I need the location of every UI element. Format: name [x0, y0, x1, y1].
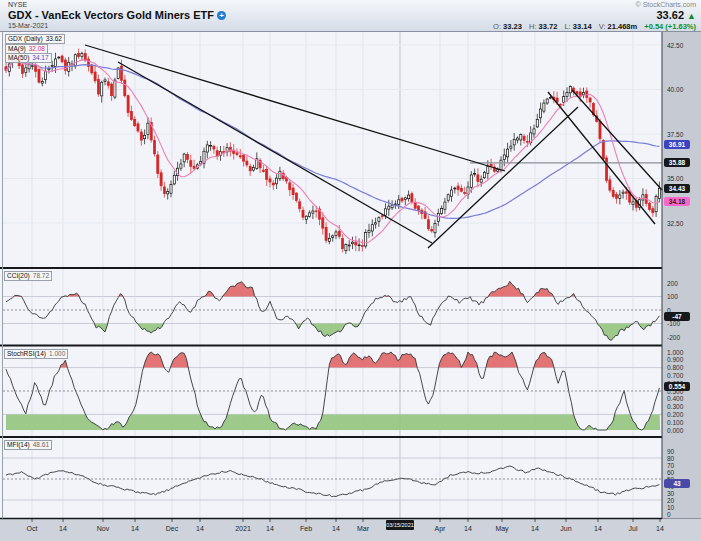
x-axis-label: 14: [531, 525, 539, 532]
volume-value: 21.468m: [608, 22, 638, 31]
chart-date: 15-Mar-2021: [8, 22, 48, 29]
y-axis-tick: 70: [667, 462, 674, 469]
x-axis-label: Feb: [300, 525, 312, 532]
exchange-label: NYSE: [8, 1, 27, 8]
last-price-row: 33.62 ▲: [656, 9, 696, 21]
low-value: 33.14: [573, 22, 592, 31]
x-axis-label: 14: [266, 525, 274, 532]
y-axis-tick: 0.000: [667, 427, 683, 434]
x-axis-label: 14: [464, 525, 472, 532]
legend-item: MA(9)32.08: [5, 44, 48, 54]
y-axis-tick: 1.000: [667, 349, 683, 356]
y-axis-tick: 32.50: [667, 220, 683, 227]
y-axis-tick: 0: [667, 511, 671, 518]
y-axis-tick: 200: [667, 280, 678, 287]
y-axis-tick: 100: [667, 293, 678, 300]
legend-item: GDX (Daily)33.62: [5, 34, 65, 44]
crosshair-date-box: 03/15/2021: [386, 520, 414, 530]
price-tag: -47: [664, 312, 690, 321]
x-axis-label: Nov: [97, 525, 109, 532]
y-axis-tick: 0.400: [667, 395, 683, 402]
x-axis-label: 2021: [235, 525, 251, 532]
plus-circle-icon[interactable]: +: [217, 11, 226, 20]
volume-label: V:: [599, 22, 606, 31]
price-tag: 34.18: [664, 197, 690, 206]
y-axis-tick: 0.100: [667, 419, 683, 426]
y-axis-tick: 80: [667, 455, 674, 462]
y-axis-tick: 42.50: [667, 42, 683, 49]
x-axis-label: Apr: [435, 525, 446, 532]
x-axis-label: Jul: [629, 525, 638, 532]
y-axis-tick: 0.900: [667, 356, 683, 363]
indicator-legend: MFI(14)48.61: [4, 440, 52, 450]
up-arrow-icon: ▲: [687, 11, 696, 21]
low-label: L:: [564, 22, 570, 31]
high-value: 33.72: [539, 22, 558, 31]
y-axis-tick: 0.200: [667, 411, 683, 418]
stockcharts-page: NYSE GDX - VanEck Vectors Gold Miners ET…: [0, 0, 701, 541]
y-axis-tick: -100: [667, 320, 680, 327]
y-axis-tick: 20: [667, 497, 674, 504]
y-axis-tick: 60: [667, 469, 674, 476]
y-axis-tick: -200: [667, 334, 680, 341]
x-axis-label: 14: [196, 525, 204, 532]
last-price: 33.62: [656, 9, 684, 21]
x-axis-label: 14: [59, 525, 67, 532]
x-axis-label: 14: [131, 525, 139, 532]
price-tag: 36.91: [664, 140, 690, 149]
x-axis-label: Oct: [27, 525, 38, 532]
price-tag: 43: [664, 479, 690, 488]
copyright: © StockCharts.com: [636, 1, 696, 8]
x-axis-label: May: [495, 525, 508, 532]
y-axis-tick: 35.00: [667, 175, 683, 182]
x-axis-label: Jun: [560, 525, 571, 532]
open-value: 33.23: [503, 22, 522, 31]
x-axis-label: 14: [656, 525, 664, 532]
legend-item: MA(50)34.17: [5, 53, 52, 63]
y-axis-tick: 10: [667, 504, 674, 511]
price-tag: 35.88: [664, 158, 690, 167]
x-axis-label: Dec: [166, 525, 178, 532]
x-axis-label: 14: [332, 525, 340, 532]
y-axis-tick: 0.800: [667, 364, 683, 371]
chart-canvas[interactable]: [0, 0, 701, 541]
high-label: H:: [529, 22, 537, 31]
open-label: O:: [493, 22, 501, 31]
chart-header: NYSE GDX - VanEck Vectors Gold Miners ET…: [0, 0, 701, 32]
indicator-legend: CCI(20)78.72: [4, 271, 52, 281]
chart-title: GDX - VanEck Vectors Gold Miners ETF: [8, 9, 214, 21]
y-axis-tick: 40.00: [667, 86, 683, 93]
ohlc-row: O: 33.23 H: 33.72 L: 33.14 V: 21.468m +0…: [493, 22, 696, 31]
y-axis-tick: 0.300: [667, 403, 683, 410]
price-tag: 34.43: [664, 184, 690, 193]
y-axis-tick: 0.700: [667, 372, 683, 379]
indicator-legend: StochRSI(14)1.000: [4, 349, 68, 359]
y-axis-tick: 90: [667, 448, 674, 455]
y-axis-tick: 37.50: [667, 131, 683, 138]
y-axis-tick: 30: [667, 490, 674, 497]
price-tag: 0.554: [664, 382, 690, 391]
x-axis-label: 14: [594, 525, 602, 532]
x-axis-label: Mar: [357, 525, 369, 532]
change-value: +0.54 (+1.63%): [644, 22, 696, 31]
